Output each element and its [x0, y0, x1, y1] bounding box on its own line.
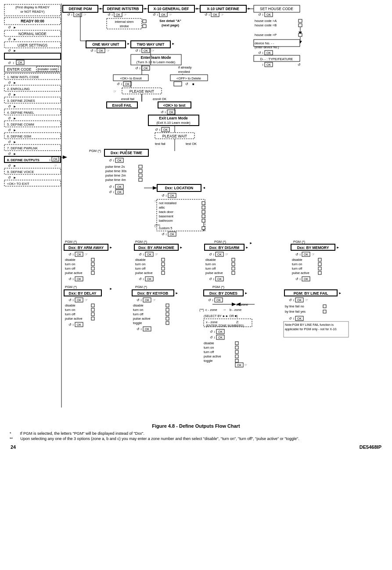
- svg-text:Dxx: BY ARM HOME: Dxx: BY ARM HOME: [138, 245, 174, 250]
- svg-text:See detail "A": See detail "A": [159, 19, 181, 23]
- svg-text:D- - : TYPE/FEATURE: D- - : TYPE/FEATURE: [260, 57, 293, 61]
- svg-rect-372: [166, 313, 169, 316]
- svg-text:i: i: [209, 13, 210, 16]
- svg-text:(SELECT BY ►► OR ■): (SELECT BY ►► OR ■): [204, 314, 237, 318]
- svg-text:OK: OK: [297, 299, 302, 302]
- svg-text:Enter learn Mode: Enter learn Mode: [141, 55, 171, 60]
- svg-rect-412: [235, 346, 238, 349]
- svg-text:pulse active: pulse active: [292, 271, 309, 275]
- svg-rect-354: [91, 317, 94, 320]
- svg-text:►: ►: [13, 128, 16, 132]
- svg-text:OK: OK: [117, 191, 122, 194]
- svg-text:►: ►: [13, 140, 16, 144]
- svg-text:PGM: BY LINE FAIL: PGM: BY LINE FAIL: [294, 291, 328, 296]
- svg-rect-418: [235, 359, 238, 362]
- svg-text:↺: ↺: [8, 105, 11, 108]
- svg-text:►: ►: [172, 42, 175, 46]
- svg-rect-212: [139, 174, 142, 177]
- svg-rect-306: [232, 258, 235, 261]
- footnote-star2-marker: **: [10, 437, 19, 441]
- svg-text:OK: OK: [170, 194, 174, 197]
- svg-text:↺: ↺: [155, 128, 158, 132]
- svg-text:i: i: [166, 194, 167, 197]
- svg-rect-241: [202, 215, 205, 218]
- svg-text:↺: ↺: [205, 13, 208, 17]
- svg-text:►: ►: [338, 291, 342, 295]
- svg-text:↺: ↺: [161, 110, 164, 114]
- svg-text:↺: ↺: [109, 190, 112, 194]
- svg-rect-235: [202, 202, 205, 205]
- svg-rect-431: [323, 305, 326, 308]
- svg-text:[installer code]: [installer code]: [37, 68, 57, 71]
- svg-text:(ENTER ZONE NUMBERS): (ENTER ZONE NUMBERS): [206, 324, 244, 328]
- svg-text:i: i: [143, 253, 144, 256]
- svg-text:OK: OK: [77, 278, 81, 281]
- svg-rect-286: [162, 258, 165, 261]
- svg-text:<OK> to test: <OK> to test: [163, 103, 186, 108]
- svg-text:pulse active: pulse active: [135, 271, 153, 275]
- svg-text:not installed: not installed: [159, 201, 176, 205]
- svg-text:►: ►: [13, 164, 16, 168]
- svg-text:☞: ☞: [54, 164, 57, 168]
- svg-text:pulse time 2s: pulse time 2s: [105, 165, 125, 169]
- svg-text:↺: ↺: [68, 277, 72, 281]
- svg-text:by line fail no: by line fail no: [285, 304, 304, 308]
- svg-rect-214: [139, 178, 142, 181]
- svg-text:►: ►: [13, 49, 16, 53]
- svg-text:ENTER CODE: ENTER CODE: [7, 67, 32, 72]
- svg-text:i: i: [112, 13, 113, 16]
- svg-text:PLEASE WAIT: PLEASE WAIT: [129, 89, 154, 94]
- svg-text:(**): (**): [199, 308, 204, 312]
- svg-rect-266: [91, 258, 94, 261]
- svg-text:►: ►: [13, 81, 16, 85]
- svg-text:OK: OK: [117, 159, 122, 162]
- svg-text:☞: ☞: [221, 13, 224, 17]
- svg-text:OK: OK: [147, 278, 151, 281]
- svg-marker-443: [63, 155, 67, 159]
- svg-text:OK: OK: [217, 253, 222, 256]
- page-number: 24: [11, 444, 16, 450]
- svg-rect-243: [202, 219, 205, 222]
- svg-text:(Turn X-10 to Learn mode): (Turn X-10 to Learn mode): [137, 60, 176, 64]
- svg-rect-270: [91, 267, 94, 270]
- svg-text:↺: ↺: [109, 159, 112, 162]
- svg-text:OK: OK: [237, 364, 241, 367]
- svg-text:PLEASE WAIT: PLEASE WAIT: [162, 134, 187, 138]
- svg-text:►: ►: [249, 241, 252, 245]
- svg-text:i: i: [300, 253, 301, 256]
- svg-text:☞: ☞: [312, 253, 315, 256]
- svg-text:turn off: turn off: [65, 312, 76, 316]
- svg-text:X-10 GENERAL DEF: X-10 GENERAL DEF: [153, 7, 189, 11]
- svg-text:i: i: [140, 49, 140, 52]
- svg-text:NORMAL MODE: NORMAL MODE: [18, 32, 47, 36]
- svg-text:2. ENROLLING: 2. ENROLLING: [7, 87, 30, 91]
- svg-rect-272: [91, 271, 94, 274]
- svg-text:OK: OK: [145, 299, 149, 302]
- svg-text:↺: ↺: [8, 164, 11, 168]
- svg-text:Dxx: BY DELAY: Dxx: BY DELAY: [69, 291, 97, 296]
- svg-text:i: i: [141, 328, 142, 331]
- svg-text:PGM (*): PGM (*): [214, 240, 227, 244]
- svg-text:pulse time 2m: pulse time 2m: [105, 173, 126, 177]
- svg-text:OK: OK: [304, 253, 308, 256]
- svg-text:PGM (*): PGM (*): [135, 285, 147, 289]
- svg-rect-352: [91, 313, 94, 316]
- svg-text:►: ►: [13, 176, 16, 180]
- svg-text:ONE WAY UNIT: ONE WAY UNIT: [92, 42, 119, 47]
- svg-text:i: i: [212, 299, 213, 302]
- svg-text:turn off: turn off: [205, 267, 216, 271]
- svg-text:strobe: strobe: [120, 24, 129, 28]
- svg-text:↺: ↺: [162, 232, 165, 236]
- svg-text:x - zone: x - zone: [206, 320, 218, 324]
- footnote-star1-text: If PGM is selected, the letters "PGM" wi…: [20, 431, 144, 436]
- svg-text:☞: ☞: [225, 253, 228, 256]
- svg-text:☞: ☞: [151, 49, 155, 53]
- svg-text:OK: OK: [266, 51, 271, 54]
- svg-rect-268: [91, 263, 94, 266]
- svg-text:i: i: [159, 128, 160, 131]
- svg-text:►: ►: [109, 287, 112, 291]
- svg-text:OK: OK: [266, 63, 271, 66]
- svg-text:↺: ↺: [8, 176, 11, 180]
- svg-text:i: i: [73, 253, 74, 256]
- svg-text:device No.    - -: device No. - -: [255, 41, 274, 45]
